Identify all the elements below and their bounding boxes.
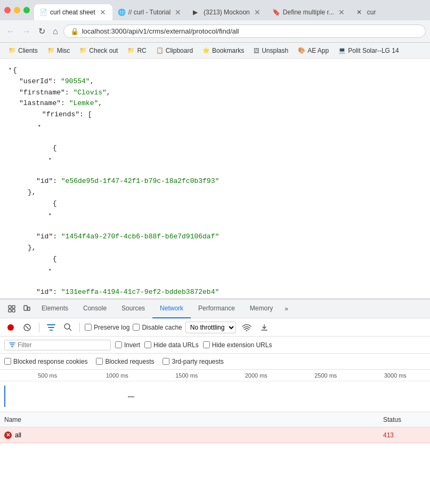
invert-checkbox[interactable]: [115, 341, 122, 348]
bookmark-label-bookmarks: Bookmarks: [212, 47, 244, 54]
ae-icon: 🎨: [298, 47, 305, 54]
tab-bar: 📄 curl cheat sheet ✕ 🌐 // curl - Tutoria…: [34, 0, 430, 20]
column-header-name[interactable]: Name: [4, 416, 383, 423]
url-input[interactable]: [82, 27, 419, 35]
json-line-friend2-open: ▾ {: [9, 254, 421, 287]
hide-extension-urls-checkbox[interactable]: [203, 341, 210, 348]
blocked-requests-label[interactable]: Blocked requests: [96, 358, 154, 365]
filter-input-wrap[interactable]: [4, 340, 111, 350]
blocked-cookies-label[interactable]: Blocked response cookies: [4, 358, 87, 365]
tab-network[interactable]: Network: [152, 299, 191, 318]
tab-favicon-mockoon: ▶: [193, 9, 200, 16]
triangle-friends[interactable]: ▾: [38, 123, 41, 129]
svg-rect-4: [24, 306, 27, 310]
triangle-friend1[interactable]: ▾: [48, 212, 52, 218]
json-line-friend0-id: "id": "e56de95d-1f47-42f1-b79c-18a2fc0b3…: [9, 176, 421, 187]
tab-favicon-define-multiple: 🔖: [272, 9, 280, 16]
devtools-tab-bar: Elements Console Sources Network Perform…: [0, 299, 430, 318]
preserve-log-label[interactable]: Preserve log: [85, 324, 129, 331]
bookmark-label-checkout: Check out: [89, 47, 118, 54]
blocked-requests-checkbox[interactable]: [96, 358, 103, 365]
triangle-0[interactable]: ▾: [9, 65, 12, 74]
bookmark-ae-app[interactable]: 🎨 AE App: [294, 46, 333, 55]
bookmark-rc[interactable]: 📁 RC: [123, 46, 150, 55]
tab-close-curl-tutorial[interactable]: ✕: [174, 8, 182, 17]
tab-close-define-multiple[interactable]: ✕: [337, 8, 346, 17]
wifi-icon-button[interactable]: [239, 322, 254, 333]
bookmark-bookmarks[interactable]: ⭐ Bookmarks: [198, 46, 248, 55]
filter-toggle-button[interactable]: [44, 322, 58, 333]
forward-button[interactable]: →: [20, 25, 33, 38]
clear-button[interactable]: [20, 322, 34, 333]
tab-close-mockoon[interactable]: ✕: [253, 8, 262, 17]
tab-define-multiple[interactable]: 🔖 Define multiple r... ✕: [267, 4, 351, 20]
tab-console[interactable]: Console: [76, 299, 114, 318]
json-line-friend1-id: "id": "1454f4a9-270f-4cb6-b88f-b6e7d9106…: [9, 231, 421, 243]
invert-label[interactable]: Invert: [115, 341, 140, 349]
folder-icon-misc: 📁: [47, 47, 55, 54]
bookmark-label-ae-app: AE App: [307, 47, 329, 54]
filter-funnel-icon: [9, 342, 15, 348]
tab-mockoon[interactable]: ▶ (3213) Mockoon ✕: [188, 4, 267, 20]
tab-curl-cheatsheet[interactable]: 📄 curl cheat sheet ✕: [34, 4, 112, 20]
search-button[interactable]: [61, 322, 75, 333]
bookmark-unsplash[interactable]: 🖼 Unsplash: [249, 46, 293, 55]
svg-point-11: [246, 330, 247, 331]
tab-favicon-cur: ✕: [356, 9, 364, 16]
tab-sources[interactable]: Sources: [114, 299, 152, 318]
preserve-log-checkbox[interactable]: [85, 324, 92, 331]
timeline-area: 500 ms 1000 ms 1500 ms 2000 ms 2500 ms 3…: [0, 370, 430, 412]
bookmark-misc[interactable]: 📁 Misc: [43, 46, 75, 55]
tab-more[interactable]: »: [280, 299, 293, 318]
tab-cur[interactable]: ✕ cur: [351, 4, 415, 20]
traffic-light-yellow[interactable]: [14, 7, 20, 13]
json-line-firstname: "firstname": "Clovis" ,: [9, 87, 421, 99]
triangle-friend2[interactable]: ▾: [48, 267, 52, 273]
folder-icon-clients: 📁: [9, 47, 16, 54]
tab-performance[interactable]: Performance: [191, 299, 242, 318]
record-button[interactable]: [4, 322, 17, 333]
back-button[interactable]: ←: [4, 25, 17, 38]
throttle-select[interactable]: No throttling Fast 3G Slow 3G Offline: [185, 322, 236, 333]
svg-line-8: [26, 326, 29, 329]
hide-data-urls-checkbox[interactable]: [144, 341, 151, 348]
import-button[interactable]: [257, 322, 271, 333]
json-content[interactable]: ▾ { "userId": "90554" , "firstname": "Cl…: [0, 59, 430, 299]
row-status-all: 413: [383, 431, 426, 439]
bookmark-clients[interactable]: 📁 Clients: [4, 46, 42, 55]
timeline-label-1000: 1000 ms: [83, 372, 152, 379]
tab-close-curl-cheatsheet[interactable]: ✕: [99, 8, 107, 17]
toolbar-divider-2: [79, 323, 80, 332]
tab-elements[interactable]: Elements: [34, 299, 76, 318]
json-line-friend2-id: "id": "131eeffa-4194-41c7-9ef2-bddeb3872…: [9, 287, 421, 298]
address-bar[interactable]: 🔒: [63, 25, 426, 38]
disable-cache-label[interactable]: Disable cache: [133, 324, 182, 331]
triangle-friend0[interactable]: ▾: [48, 156, 52, 162]
blocked-cookies-checkbox[interactable]: [4, 358, 11, 365]
tab-memory[interactable]: Memory: [242, 299, 280, 318]
tab-curl-tutorial[interactable]: 🌐 // curl - Tutorial ✕: [112, 4, 188, 20]
disable-cache-checkbox[interactable]: [133, 324, 140, 331]
reload-button[interactable]: ↻: [36, 24, 47, 38]
bookmark-clipboard[interactable]: 📋 Clipboard: [152, 46, 197, 55]
traffic-lights: [0, 7, 34, 13]
devtools-inspect-icon[interactable]: [4, 299, 19, 318]
traffic-light-red[interactable]: [4, 7, 11, 13]
json-line-userid: "userId": "90554" ,: [9, 76, 421, 87]
third-party-label[interactable]: 3rd-party requests: [163, 358, 223, 365]
bookmark-checkout[interactable]: 📁 Check out: [75, 46, 122, 55]
timeline-waterfall-line: [128, 396, 134, 397]
traffic-light-green[interactable]: [23, 7, 30, 13]
extra-filter-options: Blocked response cookies Blocked request…: [0, 354, 430, 370]
hide-extension-urls-label[interactable]: Hide extension URLs: [203, 341, 272, 349]
json-line-0: ▾ {: [9, 65, 421, 76]
hide-data-urls-label[interactable]: Hide data URLs: [144, 341, 199, 349]
column-header-status[interactable]: Status: [383, 416, 426, 423]
bookmark-polit-solar[interactable]: 💻 Polit Solar--LG 14: [334, 46, 403, 55]
devtools-device-icon[interactable]: [19, 299, 34, 318]
home-button[interactable]: ⌂: [51, 25, 60, 38]
json-line-friend1-close: },: [9, 243, 421, 254]
filter-input[interactable]: [18, 341, 106, 349]
third-party-checkbox[interactable]: [163, 358, 169, 365]
table-row[interactable]: ✕ all 413: [0, 427, 430, 443]
